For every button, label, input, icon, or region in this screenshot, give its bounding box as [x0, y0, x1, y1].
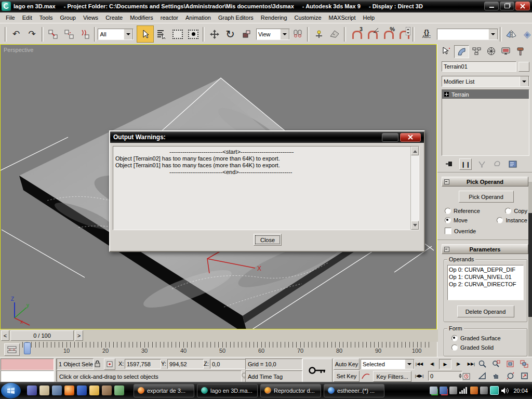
- usb-safely-remove-icon[interactable]: [430, 387, 437, 394]
- next-frame-button[interactable]: |▶: [453, 359, 464, 368]
- menu-views[interactable]: Views: [79, 14, 102, 22]
- pan-button[interactable]: [490, 370, 502, 381]
- absolute-offset-mode-toggle[interactable]: [104, 358, 115, 370]
- use-pivot-center-button[interactable]: [290, 26, 306, 42]
- radio-copy[interactable]: Copy: [505, 208, 527, 214]
- dialog-close-x-button[interactable]: [400, 133, 421, 142]
- taskbar-button-3dsmax[interactable]: lago en 3D.ma...: [197, 384, 258, 397]
- y-coordinate-field[interactable]: 994,52: [167, 359, 204, 369]
- dialog-restore-button[interactable]: [382, 133, 398, 142]
- arc-rotate-button[interactable]: [504, 370, 516, 381]
- set-key-button[interactable]: Set Key: [334, 370, 360, 382]
- previous-frame-button[interactable]: ◀|: [427, 359, 438, 368]
- select-and-move-button[interactable]: [206, 26, 222, 42]
- taskbar-button-media-player[interactable]: Reproductor d...: [260, 384, 321, 397]
- auto-key-button[interactable]: Auto Key: [334, 358, 360, 370]
- device-tool-icon[interactable]: [449, 387, 457, 394]
- zoom-extents-button[interactable]: [504, 358, 516, 369]
- menu-rendering[interactable]: Rendering: [257, 14, 291, 22]
- selection-filter-dropdown[interactable]: All: [98, 29, 134, 40]
- remove-modifier-button[interactable]: [491, 159, 503, 169]
- scroll-up-button[interactable]: [411, 147, 419, 155]
- align-button[interactable]: ◈: [519, 26, 532, 42]
- signal-strength-icon[interactable]: [459, 387, 468, 394]
- taskbar-button-messenger[interactable]: estheeer..(*) ...: [324, 384, 384, 397]
- emule-icon[interactable]: [102, 385, 112, 395]
- zoom-extents-all-button[interactable]: [518, 358, 530, 369]
- menu-create[interactable]: Create: [102, 14, 126, 22]
- codec-icon[interactable]: [490, 386, 499, 395]
- menu-file[interactable]: File: [2, 14, 19, 22]
- close-button[interactable]: [515, 2, 530, 10]
- select-and-scale-button[interactable]: [238, 26, 254, 42]
- tab-modify[interactable]: [454, 45, 469, 58]
- make-unique-button[interactable]: [476, 159, 487, 169]
- expand-icon[interactable]: [444, 92, 449, 97]
- operand-item[interactable]: Op 0: CURVA_DEPR_DIF: [449, 266, 522, 273]
- dropdown-arrow-icon[interactable]: [488, 29, 498, 40]
- modifier-list-dropdown[interactable]: Modifier List: [442, 76, 529, 87]
- operands-listbox[interactable]: Op 0: CURVA_DEPR_DIF Op 1: CURVA_NIVEL.0…: [447, 265, 524, 300]
- emule-tray-icon[interactable]: [480, 387, 488, 394]
- keyboard-shortcut-override-button[interactable]: [327, 26, 343, 42]
- time-slider-prev-button[interactable]: <: [1, 330, 9, 341]
- zoom-all-button[interactable]: [490, 358, 502, 369]
- select-and-link-button[interactable]: [45, 26, 61, 42]
- firefox-icon[interactable]: [64, 385, 74, 395]
- play-button[interactable]: ▶: [439, 359, 451, 369]
- horn-icon[interactable]: [470, 387, 478, 394]
- undo-button[interactable]: ↶: [8, 26, 24, 42]
- maxscript-macro-recorder-line[interactable]: [1, 358, 54, 370]
- key-mode-dropdown[interactable]: Selected: [361, 359, 415, 369]
- snaps-toggle-button[interactable]: 3: [348, 26, 364, 42]
- messenger-status-icon[interactable]: [440, 387, 447, 394]
- time-configuration-button[interactable]: [460, 371, 472, 380]
- reference-coordinate-system-dropdown[interactable]: View: [256, 29, 290, 40]
- folder-icon[interactable]: [89, 385, 99, 395]
- modifier-stack[interactable]: Terrain: [442, 89, 529, 156]
- menu-help[interactable]: Help: [360, 14, 379, 22]
- menu-modifiers[interactable]: Modifiers: [126, 14, 157, 22]
- radio-move[interactable]: Move: [445, 217, 468, 223]
- menu-edit[interactable]: Edit: [19, 14, 36, 22]
- menu-tools[interactable]: Tools: [36, 14, 57, 22]
- x-coordinate-field[interactable]: 1597,758: [125, 359, 161, 369]
- operand-item[interactable]: Op 2: CURVA_DIRECTOF: [449, 281, 522, 288]
- zoom-button[interactable]: [476, 358, 488, 369]
- key-mode-toggle-button[interactable]: |◀▶|: [413, 371, 425, 380]
- angle-snap-toggle-button[interactable]: [364, 26, 380, 42]
- dropdown-arrow-icon[interactable]: [520, 76, 529, 87]
- clock[interactable]: 20:04: [513, 388, 528, 394]
- panel-scrollbar[interactable]: [528, 182, 532, 356]
- object-color-swatch[interactable]: [518, 62, 529, 72]
- rectangular-selection-region-button[interactable]: [169, 26, 185, 42]
- pin-stack-button[interactable]: [444, 159, 455, 169]
- menu-group[interactable]: Group: [56, 14, 79, 22]
- operand-item[interactable]: Op 1: CURVA_NIVEL.01: [449, 273, 522, 281]
- named-selection-combo[interactable]: [437, 29, 498, 40]
- spinner-snap-toggle-button[interactable]: [395, 26, 411, 42]
- dialog-close-button[interactable]: Close: [254, 234, 282, 246]
- tab-utilities[interactable]: [513, 45, 527, 57]
- current-frame-field[interactable]: 0: [428, 371, 462, 381]
- tab-hierarchy[interactable]: [470, 45, 484, 57]
- bind-to-space-warp-button[interactable]: [77, 26, 93, 42]
- mirror-button[interactable]: [503, 26, 520, 42]
- menu-reactor[interactable]: reactor: [157, 14, 182, 22]
- unlink-selection-button[interactable]: [61, 26, 77, 42]
- scroll-down-button[interactable]: [411, 221, 419, 230]
- dropdown-arrow-icon[interactable]: [280, 29, 289, 40]
- z-coordinate-field[interactable]: 0,0: [210, 359, 246, 369]
- dialog-scrollbar[interactable]: [410, 147, 419, 230]
- object-name-field[interactable]: Terrain01: [442, 61, 516, 72]
- default-in-out-tangents-button[interactable]: [361, 371, 371, 381]
- volume-icon[interactable]: [501, 387, 509, 394]
- open-mini-curve-editor-button[interactable]: [4, 343, 20, 356]
- field-of-view-button[interactable]: [476, 370, 488, 381]
- delete-operand-button[interactable]: Delete Operand: [457, 305, 514, 317]
- maxscript-listener-line[interactable]: [1, 370, 54, 382]
- messenger-icon[interactable]: [77, 385, 87, 395]
- go-to-start-button[interactable]: |◀◀: [413, 359, 425, 368]
- dialog-title-bar[interactable]: Output Warnings:: [110, 131, 424, 143]
- restore-button[interactable]: [500, 2, 514, 10]
